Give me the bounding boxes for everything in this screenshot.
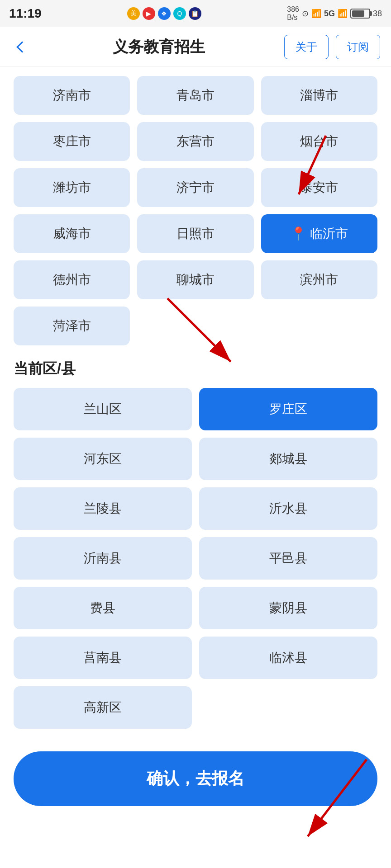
- district-luozhuang[interactable]: 罗庄区: [199, 388, 377, 430]
- status-app-icons: 美 ▶ ❖ Q 📋: [127, 7, 201, 20]
- app-icon-3: ❖: [158, 7, 171, 20]
- back-arrow-icon: [16, 41, 28, 52]
- city-jinan[interactable]: 济南市: [14, 76, 130, 115]
- city-liaocheng[interactable]: 聊城市: [137, 260, 253, 299]
- status-right: 386B/s ⊙ 📶 5G 📶 38: [287, 5, 382, 22]
- city-zibo[interactable]: 淄博市: [261, 76, 377, 115]
- district-yicheng[interactable]: 郯城县: [199, 438, 377, 480]
- city-binzhou[interactable]: 滨州市: [261, 260, 377, 299]
- wifi-icon: 📶: [311, 9, 321, 19]
- district-yishui[interactable]: 沂水县: [199, 487, 377, 530]
- city-zaozhuang[interactable]: 枣庄市: [14, 122, 130, 161]
- subscribe-button[interactable]: 订阅: [336, 35, 380, 59]
- district-yinan[interactable]: 沂南县: [14, 537, 192, 580]
- district-yingnan[interactable]: 莒南县: [14, 637, 192, 679]
- district-pingyi[interactable]: 平邑县: [199, 537, 377, 580]
- city-heze[interactable]: 菏泽市: [14, 307, 130, 345]
- about-button[interactable]: 关于: [284, 35, 329, 59]
- district-mengyin[interactable]: 蒙阴县: [199, 587, 377, 629]
- network-type: 5G: [324, 9, 335, 19]
- city-jining[interactable]: 济宁市: [137, 168, 253, 207]
- district-linshu[interactable]: 临沭县: [199, 637, 377, 679]
- signal-bars: 📶: [338, 9, 348, 19]
- district-section-title: 当前区/县: [14, 359, 377, 379]
- battery-percent: 38: [373, 9, 382, 19]
- status-bar: 11:19 美 ▶ ❖ Q 📋 386B/s ⊙ 📶 5G 📶 38: [0, 0, 391, 27]
- district-lanshan[interactable]: 兰山区: [14, 388, 192, 430]
- city-weifang[interactable]: 潍坊市: [14, 168, 130, 207]
- app-icon-5: 📋: [189, 7, 201, 20]
- city-dezhou[interactable]: 德州市: [14, 260, 130, 299]
- city-dongying[interactable]: 东营市: [137, 122, 253, 161]
- city-yantai[interactable]: 烟台市: [261, 122, 377, 161]
- main-content: 济南市 青岛市 淄博市 枣庄市 东营市 烟台市 潍坊市 济宁市 泰安市 威海市 …: [0, 67, 391, 833]
- header-actions: 关于 订阅: [284, 35, 380, 59]
- app-icon-2: ▶: [143, 7, 155, 20]
- back-button[interactable]: [11, 36, 33, 58]
- district-feixian[interactable]: 费县: [14, 587, 192, 629]
- city-linyi[interactable]: 📍 临沂市: [261, 214, 377, 253]
- city-grid: 济南市 青岛市 淄博市 枣庄市 东营市 烟台市 潍坊市 济宁市 泰安市 威海市 …: [14, 76, 377, 345]
- city-qingdao[interactable]: 青岛市: [137, 76, 253, 115]
- battery-indicator: [350, 9, 370, 19]
- city-weihai[interactable]: 威海市: [14, 214, 130, 253]
- confirm-button[interactable]: 确认，去报名: [14, 751, 377, 806]
- city-taian[interactable]: 泰安市: [261, 168, 377, 207]
- district-gaoxin[interactable]: 高新区: [14, 686, 192, 729]
- network-speed: 386B/s: [287, 5, 299, 22]
- page-title: 义务教育招生: [33, 37, 284, 57]
- location-pin-icon: 📍: [291, 226, 306, 241]
- district-lanling[interactable]: 兰陵县: [14, 487, 192, 530]
- signal-icon: ⊙: [302, 9, 309, 19]
- header: 义务教育招生 关于 订阅: [0, 27, 391, 67]
- status-time: 11:19: [9, 6, 42, 21]
- app-icon-4: Q: [173, 7, 186, 20]
- district-hedong[interactable]: 河东区: [14, 438, 192, 480]
- city-rizhao[interactable]: 日照市: [137, 214, 253, 253]
- app-icon-1: 美: [127, 7, 140, 20]
- district-grid: 兰山区 罗庄区 河东区 郯城县 兰陵县 沂水县 沂南县 平邑县 费县 蒙阴县 莒…: [14, 388, 377, 729]
